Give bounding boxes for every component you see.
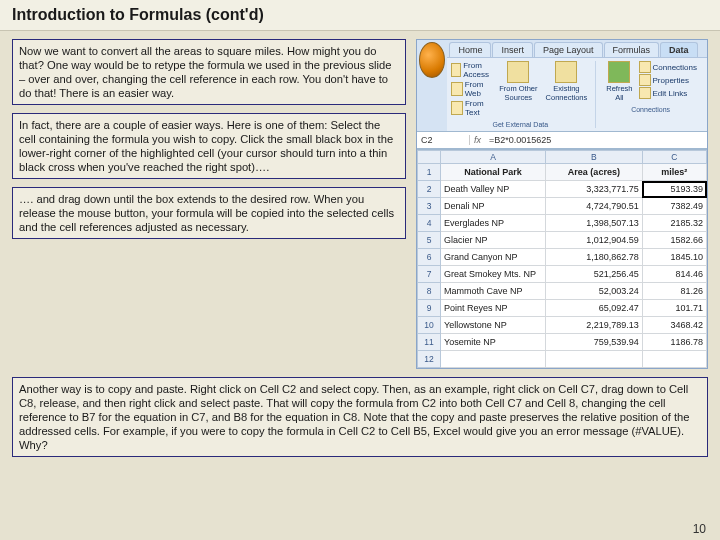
cell[interactable]: Great Smokey Mts. NP: [441, 266, 546, 283]
other-sources-icon: [507, 61, 529, 83]
cell[interactable]: 1,180,862.78: [546, 249, 643, 266]
cell[interactable]: 759,539.94: [546, 334, 643, 351]
cell[interactable]: 81.26: [642, 283, 706, 300]
cell[interactable]: Point Reyes NP: [441, 300, 546, 317]
row-header[interactable]: 10: [418, 317, 441, 334]
row-1-header[interactable]: 1: [418, 164, 441, 181]
connections-label: Connections: [653, 63, 697, 72]
cell[interactable]: 2185.32: [642, 215, 706, 232]
cell[interactable]: 65,092.47: [546, 300, 643, 317]
row-header[interactable]: 9: [418, 300, 441, 317]
cell[interactable]: 1,398,507.13: [546, 215, 643, 232]
column-headers: A B C: [418, 151, 707, 164]
cell[interactable]: 4,724,790.51: [546, 198, 643, 215]
access-icon: [451, 63, 461, 77]
formula-value[interactable]: =B2*0.0015625: [485, 135, 555, 145]
tab-page-layout[interactable]: Page Layout: [534, 42, 603, 57]
cell[interactable]: Mammoth Cave NP: [441, 283, 546, 300]
table-row: 3Denali NP4,724,790.517382.49: [418, 198, 707, 215]
from-access-label: From Access: [463, 61, 493, 79]
cell-a1[interactable]: National Park: [441, 164, 546, 181]
cell[interactable]: Glacier NP: [441, 232, 546, 249]
cell[interactable]: 1,012,904.59: [546, 232, 643, 249]
row-header[interactable]: 12: [418, 351, 441, 368]
table-row: 2Death Valley NP3,323,771.755193.39: [418, 181, 707, 198]
cell[interactable]: 1582.66: [642, 232, 706, 249]
cell[interactable]: 814.46: [642, 266, 706, 283]
cell[interactable]: Everglades NP: [441, 215, 546, 232]
row-header[interactable]: 11: [418, 334, 441, 351]
row-header[interactable]: 5: [418, 232, 441, 249]
cell[interactable]: 3,323,771.75: [546, 181, 643, 198]
cell[interactable]: Death Valley NP: [441, 181, 546, 198]
cell[interactable]: 101.71: [642, 300, 706, 317]
corner-cell[interactable]: [418, 151, 441, 164]
paragraph-3: …. and drag down until the box extends t…: [12, 187, 406, 239]
connections-button[interactable]: Connections: [639, 61, 697, 73]
from-text-button[interactable]: From Text: [451, 99, 493, 117]
cell[interactable]: 52,003.24: [546, 283, 643, 300]
tab-data[interactable]: Data: [660, 42, 698, 57]
cell[interactable]: Grand Canyon NP: [441, 249, 546, 266]
formula-bar: C2 fx =B2*0.0015625: [417, 131, 707, 149]
tab-home[interactable]: Home: [449, 42, 491, 57]
row-header[interactable]: 3: [418, 198, 441, 215]
cell-c2-selected[interactable]: 5193.39: [642, 181, 706, 198]
cell[interactable]: Yosemite NP: [441, 334, 546, 351]
existing-conn-icon: [555, 61, 577, 83]
col-b-header[interactable]: B: [546, 151, 643, 164]
ribbon-group-connections: Refresh All Connections Properties Edit …: [604, 61, 703, 128]
row-header[interactable]: 7: [418, 266, 441, 283]
tab-formulas[interactable]: Formulas: [604, 42, 660, 57]
from-text-label: From Text: [465, 99, 493, 117]
table-row: 8Mammoth Cave NP52,003.2481.26: [418, 283, 707, 300]
cell[interactable]: [642, 351, 706, 368]
cell-b1[interactable]: Area (acres): [546, 164, 643, 181]
fx-icon[interactable]: fx: [470, 135, 485, 145]
group-label-connections: Connections: [604, 106, 697, 113]
refresh-all-button[interactable]: Refresh All: [604, 61, 634, 102]
web-icon: [451, 82, 462, 96]
table-row: 5Glacier NP1,012,904.591582.66: [418, 232, 707, 249]
cell-c1[interactable]: miles²: [642, 164, 706, 181]
cell[interactable]: [546, 351, 643, 368]
cell[interactable]: Denali NP: [441, 198, 546, 215]
page-number: 10: [693, 522, 706, 536]
tab-insert[interactable]: Insert: [492, 42, 533, 57]
from-other-label: From Other Sources: [499, 84, 537, 102]
name-box[interactable]: C2: [417, 135, 470, 145]
connections-sub: Connections Properties Edit Links: [639, 61, 697, 102]
properties-button[interactable]: Properties: [639, 74, 697, 86]
row-header[interactable]: 8: [418, 283, 441, 300]
excel-top: Home Insert Page Layout Formulas Data Fr…: [417, 40, 707, 131]
row-header[interactable]: 2: [418, 181, 441, 198]
text-icon: [451, 101, 463, 115]
from-other-sources-button[interactable]: From Other Sources: [497, 61, 539, 117]
col-c-header[interactable]: C: [642, 151, 706, 164]
office-orb-icon[interactable]: [419, 42, 445, 78]
ribbon-tabs-area: Home Insert Page Layout Formulas Data Fr…: [447, 40, 707, 131]
cell[interactable]: Yellowstone NP: [441, 317, 546, 334]
cell[interactable]: 2,219,789.13: [546, 317, 643, 334]
table-row: 6Grand Canyon NP1,180,862.781845.10: [418, 249, 707, 266]
cell[interactable]: 3468.42: [642, 317, 706, 334]
col-a-header[interactable]: A: [441, 151, 546, 164]
existing-connections-button[interactable]: Existing Connections: [544, 61, 590, 117]
row-header[interactable]: 4: [418, 215, 441, 232]
row-header[interactable]: 6: [418, 249, 441, 266]
cell[interactable]: [441, 351, 546, 368]
cell[interactable]: 7382.49: [642, 198, 706, 215]
main-content: Now we want to convert all the areas to …: [0, 31, 720, 373]
table-row: 7Great Smokey Mts. NP521,256.45814.46: [418, 266, 707, 283]
properties-icon: [639, 74, 651, 86]
paragraph-4: Another way is to copy and paste. Right …: [12, 377, 708, 457]
from-access-button[interactable]: From Access: [451, 61, 493, 79]
existing-conn-label: Existing Connections: [546, 84, 588, 102]
from-web-button[interactable]: From Web: [451, 80, 493, 98]
edit-links-button[interactable]: Edit Links: [639, 87, 697, 99]
group-label-external: Get External Data: [451, 121, 589, 128]
cell[interactable]: 1186.78: [642, 334, 706, 351]
table-row: 9Point Reyes NP65,092.47101.71: [418, 300, 707, 317]
cell[interactable]: 1845.10: [642, 249, 706, 266]
cell[interactable]: 521,256.45: [546, 266, 643, 283]
